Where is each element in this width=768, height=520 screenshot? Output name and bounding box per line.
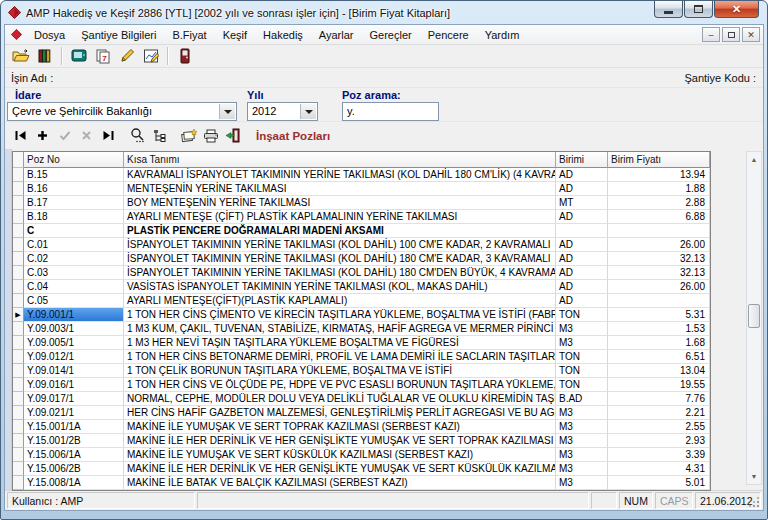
table-row[interactable]: C.03 İSPANYOLET TAKIMININ YERİNE TAKILMA… [13, 266, 710, 280]
cell-tanim[interactable]: İSPANYOLET TAKIMININ YERİNE TAKILMASI (K… [124, 252, 556, 266]
table-row[interactable]: ▶ Y.09.001/1 1 TON HER CİNS ÇİMENTO VE K… [13, 308, 710, 322]
scrollbar-thumb[interactable] [748, 304, 760, 328]
menu-kesif[interactable]: Keşif [215, 27, 255, 43]
date-copy-button[interactable]: 7 [91, 46, 115, 67]
cell-fiyat[interactable]: 19.55 [608, 378, 710, 392]
cell-fiyat[interactable]: 5.31 [608, 308, 710, 322]
cell-fiyat[interactable]: 7.76 [608, 392, 710, 406]
maximize-button[interactable] [684, 1, 713, 18]
cell-birim[interactable]: AD [556, 294, 608, 308]
cell-birim[interactable] [556, 224, 608, 238]
cell-birim[interactable]: AD [556, 210, 608, 224]
mdi-minimize-button[interactable]: – [702, 27, 720, 42]
cell-fiyat[interactable]: 26.00 [608, 280, 710, 294]
menu-dosya[interactable]: Dosya [26, 27, 73, 43]
cell-poz[interactable]: Y.15.008/1A [24, 476, 124, 490]
row-selector[interactable] [13, 420, 24, 434]
cell-fiyat[interactable]: 2.88 [608, 196, 710, 210]
menu-yardim[interactable]: Yardım [477, 27, 528, 43]
cell-birim[interactable]: TON [556, 364, 608, 378]
cell-poz[interactable]: Y.09.017/1 [24, 392, 124, 406]
cell-poz[interactable]: C.02 [24, 252, 124, 266]
idare-dropdown-button[interactable] [219, 104, 235, 119]
cell-fiyat[interactable]: 2.55 [608, 420, 710, 434]
menu-pencere[interactable]: Pencere [420, 27, 477, 43]
cell-poz[interactable]: C.03 [24, 266, 124, 280]
row-selector[interactable] [13, 462, 24, 476]
cell-birim[interactable]: TON [556, 350, 608, 364]
table-row[interactable]: Y.09.005/1 1 M3 HER NEVİ TAŞIN TAŞITLARA… [13, 336, 710, 350]
cell-birim[interactable]: TON [556, 378, 608, 392]
cell-tanim[interactable]: BOY MENTEŞENİN YERİNE TAKILMASI [124, 196, 556, 210]
table-row[interactable]: Y.15.001/2B MAKİNE İLE HER DERİNLİK VE H… [13, 434, 710, 448]
cell-poz[interactable]: Y.09.005/1 [24, 336, 124, 350]
cell-fiyat[interactable]: 32.13 [608, 252, 710, 266]
cell-tanim[interactable]: İSPANYOLET TAKIMININ YERİNE TAKILMASI (K… [124, 266, 556, 280]
cell-poz[interactable]: Y.15.001/2B [24, 434, 124, 448]
cell-birim[interactable]: AD [556, 280, 608, 294]
cell-fiyat[interactable]: 1.88 [608, 182, 710, 196]
cell-tanim[interactable]: MAKİNE İLE YUMUŞAK VE SERT TOPRAK KAZILM… [124, 420, 556, 434]
menu-bfiyat[interactable]: B.Fiyat [164, 27, 214, 43]
cell-tanim[interactable]: AYARLI MENTEŞE (ÇİFT) PLASTİK KAPLAMALIN… [124, 210, 556, 224]
cell-fiyat[interactable]: 2.21 [608, 406, 710, 420]
row-selector[interactable] [13, 168, 24, 182]
cell-tanim[interactable]: NORMAL, CEPHE, MODÜLER DOLU VEYA DELİKLİ… [124, 392, 556, 406]
cell-poz[interactable]: C.05 [24, 294, 124, 308]
table-row[interactable]: C.04 VASİSTAS İSPANYOLET TAKIMININ YERİN… [13, 280, 710, 294]
row-selector[interactable] [13, 224, 24, 238]
cell-birim[interactable]: M3 [556, 434, 608, 448]
table-row[interactable]: C.02 İSPANYOLET TAKIMININ YERİNE TAKILMA… [13, 252, 710, 266]
open-file-button[interactable] [9, 46, 33, 67]
insert-record-button[interactable] [32, 126, 53, 146]
row-selector[interactable] [13, 266, 24, 280]
cell-tanim[interactable]: MAKİNE İLE BATAK VE BALÇIK KAZILMASI (SE… [124, 476, 556, 490]
poz-arama-input[interactable]: y. [342, 102, 439, 121]
table-row[interactable]: Y.09.003/1 1 M3 KUM, ÇAKIL, TUVENAN, STA… [13, 322, 710, 336]
menu-ayarlar[interactable]: Ayarlar [311, 27, 362, 43]
table-row[interactable]: Y.15.006/2B MAKİNE İLE HER DERİNLİK VE H… [13, 462, 710, 476]
cell-birim[interactable]: AD [556, 252, 608, 266]
cell-birim[interactable]: M3 [556, 448, 608, 462]
cell-tanim[interactable]: MAKİNE İLE HER DERİNLİK VE HER GENİŞLİKT… [124, 462, 556, 476]
exit-grid-button[interactable] [222, 126, 243, 146]
row-selector[interactable] [13, 336, 24, 350]
cell-birim[interactable]: TON [556, 308, 608, 322]
cell-fiyat[interactable]: 3.39 [608, 448, 710, 462]
cell-fiyat[interactable]: 6.88 [608, 210, 710, 224]
row-selector[interactable] [13, 238, 24, 252]
cell-fiyat[interactable]: 4.31 [608, 462, 710, 476]
cell-tanim[interactable]: 1 TON HER CİNS BETONARME DEMİRİ, PROFİL … [124, 350, 556, 364]
sort-tree-button[interactable] [149, 126, 170, 146]
cell-birim[interactable]: B.AD [556, 392, 608, 406]
scroll-down-icon[interactable]: ▼ [747, 469, 761, 484]
cell-tanim[interactable]: VASİSTAS İSPANYOLET TAKIMININ YERİNE TAK… [124, 280, 556, 294]
row-selector[interactable] [13, 196, 24, 210]
row-selector[interactable] [13, 294, 24, 308]
table-row[interactable]: B.18 AYARLI MENTEŞE (ÇİFT) PLASTİK KAPLA… [13, 210, 710, 224]
yili-dropdown-button[interactable] [300, 104, 316, 119]
cell-fiyat[interactable]: 26.00 [608, 238, 710, 252]
copy-records-button[interactable] [178, 126, 199, 146]
cell-fiyat[interactable]: 13.94 [608, 168, 710, 182]
table-row[interactable]: Y.09.021/1 HER CİNS HAFİF GAZBETON MALZE… [13, 406, 710, 420]
cell-tanim[interactable]: İSPANYOLET TAKIMININ YERİNE TAKILMASI (K… [124, 238, 556, 252]
table-row[interactable]: Y.09.012/1 1 TON HER CİNS BETONARME DEMİ… [13, 350, 710, 364]
cell-birim[interactable]: M3 [556, 336, 608, 350]
cell-tanim[interactable]: MAKİNE İLE YUMUŞAK VE SERT KÜSKÜLÜK KAZI… [124, 448, 556, 462]
cell-birim[interactable]: M3 [556, 406, 608, 420]
cell-fiyat[interactable]: 13.04 [608, 364, 710, 378]
cell-poz[interactable]: C [24, 224, 124, 238]
row-selector[interactable] [13, 182, 24, 196]
row-selector[interactable] [13, 434, 24, 448]
header-birimi[interactable]: Birimi [556, 152, 608, 168]
row-selector[interactable] [13, 392, 24, 406]
header-birim-fiyati[interactable]: Birim Fiyatı [608, 152, 710, 168]
vertical-scrollbar[interactable]: ▲ ▼ [746, 151, 762, 485]
cell-tanim[interactable]: HER CİNS HAFİF GAZBETON MALZEMESİ, GENLE… [124, 406, 556, 420]
table-row[interactable]: Y.15.008/1A MAKİNE İLE BATAK VE BALÇIK K… [13, 476, 710, 490]
row-selector[interactable] [13, 364, 24, 378]
cell-fiyat[interactable] [608, 224, 710, 238]
row-selector[interactable] [13, 280, 24, 294]
cell-fiyat[interactable]: 5.01 [608, 476, 710, 490]
